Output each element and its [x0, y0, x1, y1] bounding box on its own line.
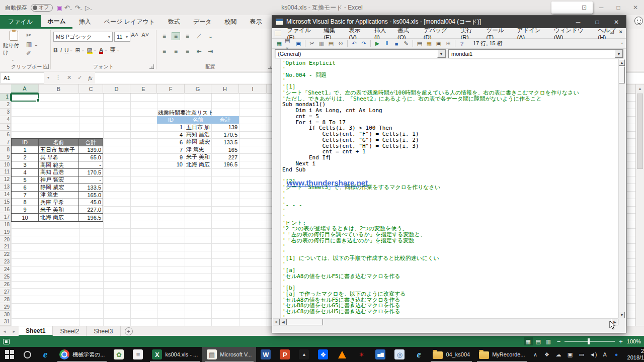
fill-color-icon[interactable]: ▨ — [87, 47, 93, 54]
column-header-I[interactable]: I — [239, 84, 267, 94]
sheet-prev-icon[interactable]: ◂ — [0, 326, 10, 336]
row-header-6[interactable]: 6 — [0, 131, 11, 139]
row-header-22[interactable]: 22 — [0, 251, 11, 258]
name-box[interactable]: A1 — [0, 72, 44, 83]
row-header-30[interactable]: 30 — [0, 311, 11, 318]
insert-userform-icon[interactable]: ▤ ⌄ — [285, 40, 293, 47]
cell-name[interactable]: 兵庫 早希 — [39, 199, 79, 207]
excel-minimize-icon[interactable]: ─ — [593, 0, 610, 15]
sheet-tab-Sheet3[interactable]: Sheet3 — [87, 326, 120, 336]
ribbon-display-options-icon[interactable]: ⊡ — [576, 0, 593, 15]
taskbar-clock[interactable]: 22:03 2018/12/24 — [627, 348, 644, 361]
cell-id[interactable]: 7 — [12, 192, 39, 199]
cell-id[interactable]: 6 — [12, 184, 39, 192]
row-header-2[interactable]: 2 — [0, 101, 11, 109]
recorder-smiley-icon[interactable] — [634, 17, 643, 25]
cell-total[interactable]: 133.5 — [211, 138, 239, 146]
code-line-23[interactable]: ' — [282, 191, 619, 197]
properties-window-icon[interactable]: ▦ — [425, 40, 433, 47]
cell-total[interactable]: - — [79, 176, 103, 184]
vba-vscroll-thumb[interactable] — [619, 66, 625, 83]
underline-icon[interactable]: U — [64, 47, 69, 54]
ribbon-tab-ページ レイアウト[interactable]: ページ レイアウト — [98, 15, 162, 29]
vba-menu-デバッグ(D)[interactable]: デバッグ(D) — [420, 27, 457, 40]
cell-name[interactable]: 高岡 範夫 — [39, 161, 79, 169]
vba-menu-挿入(I)[interactable]: 挿入(I) — [371, 27, 394, 40]
row-header-31[interactable]: 31 — [0, 318, 11, 326]
scroll-left-icon[interactable]: ◀ — [280, 319, 287, 325]
ribbon-tab-データ[interactable]: データ — [187, 15, 218, 29]
format-painter-icon[interactable]: ✐ — [26, 50, 39, 57]
undo-icon[interactable]: ↶ — [350, 40, 358, 47]
cell-name[interactable]: 津 篤史 — [39, 192, 79, 199]
vba-menu-アドイン(A)[interactable]: アドイン(A) — [514, 27, 550, 40]
phonetic-dropdown-icon[interactable]: ⌄ — [117, 48, 120, 52]
cell-name[interactable]: 高知 昌浩 — [185, 131, 211, 138]
align-middle-icon[interactable]: ≡ — [172, 32, 180, 40]
row-header-16[interactable]: 16 — [0, 206, 11, 214]
macro-record-icon[interactable] — [3, 339, 10, 344]
cut-icon[interactable]: ✂ — [308, 40, 316, 47]
code-line-14[interactable]: Cells(cnt, "G") = Cells(i, 2) — [282, 137, 619, 143]
cancel-icon[interactable]: ✕ — [64, 74, 74, 81]
code-line-24[interactable]: ' — [282, 197, 619, 203]
align-bottom-icon[interactable]: ≡ — [183, 32, 192, 40]
code-line-40[interactable]: '[a] で作ったマクロを、以下のように改変する — [282, 291, 619, 297]
vba-menu-書式(O)[interactable]: 書式(O) — [394, 27, 420, 40]
code-editor[interactable]: 'Option Explicit''No.004 - 問題''[1]'シート「S… — [273, 59, 619, 318]
row-header-26[interactable]: 26 — [0, 281, 11, 289]
code-line-44[interactable]: ' — [282, 315, 619, 318]
sheet-tab-Sheet2[interactable]: Sheet2 — [53, 326, 87, 336]
vba-menu-表示(V)[interactable]: 表示(V) — [346, 27, 371, 40]
code-line-37[interactable]: 'セルA8の値をセルF5に書き込むマクロを作る — [282, 274, 619, 280]
row-header-14[interactable]: 14 — [0, 191, 11, 199]
paste-icon[interactable]: ▤ — [327, 40, 335, 47]
taskbar-cortana[interactable] — [19, 347, 36, 362]
code-line-34[interactable]: '[1] については、以下の手順で作成すると比較的迷いにくい — [282, 255, 619, 261]
row-header-24[interactable]: 24 — [0, 266, 11, 274]
split-handle-icon[interactable]: ≡ — [273, 319, 280, 325]
right-table-header-名前[interactable]: 名前 — [185, 116, 211, 124]
vba-menu-実行(R)[interactable]: 実行(R) — [457, 27, 483, 40]
row-header-23[interactable]: 23 — [0, 258, 11, 266]
code-line-32[interactable]: ' — [282, 244, 619, 250]
scroll-up-icon[interactable]: ▲ — [636, 84, 644, 93]
excel-scrollbar-thumb[interactable] — [637, 94, 643, 169]
taskbar-chrome[interactable]: 機械学習の... — [55, 347, 109, 362]
row-header-19[interactable]: 19 — [0, 228, 11, 236]
zoom-slider[interactable] — [565, 341, 615, 342]
dropbox-tray-icon[interactable]: ❖ — [543, 351, 551, 358]
right-table-header-合計[interactable]: 合計 — [211, 116, 239, 124]
object-dropdown[interactable]: (General) ▼ — [275, 49, 446, 58]
scroll-up-icon[interactable]: ▲ — [619, 59, 625, 66]
row-header-9[interactable]: 9 — [0, 153, 11, 161]
align-top-icon[interactable]: ≡ — [160, 32, 169, 40]
enter-icon[interactable]: ✓ — [74, 74, 85, 81]
taskbar-vba[interactable]: ▤Microsoft V... — [202, 347, 256, 362]
font-color-dropdown-icon[interactable]: ⌄ — [104, 48, 107, 52]
scroll-down-icon[interactable]: ▼ — [619, 312, 625, 318]
code-line-4[interactable]: ' — [282, 78, 619, 84]
find-icon[interactable]: ⊙ — [337, 40, 345, 47]
excel-maximize-icon[interactable]: □ — [610, 0, 627, 15]
taskbar-ie[interactable]: e — [409, 347, 428, 362]
code-line-26[interactable]: ' — [282, 208, 619, 214]
cell-id[interactable]: 10 — [12, 214, 39, 221]
row-header-29[interactable]: 29 — [0, 303, 11, 311]
column-header-E[interactable]: E — [130, 84, 157, 94]
cell-name[interactable]: 五日市 加奈子 — [39, 146, 79, 154]
vba-menu-編集(E)[interactable]: 編集(E) — [320, 27, 345, 40]
cell-id[interactable]: 1 — [157, 124, 185, 131]
reset-icon[interactable]: ■ — [392, 40, 400, 47]
code-line-25[interactable]: '- - - — [282, 202, 619, 208]
column-header-H[interactable]: H — [211, 84, 239, 94]
code-line-20[interactable] — [282, 173, 619, 179]
code-line-3[interactable]: 'No.004 - 問題 — [282, 72, 619, 78]
taskbar-dropbox[interactable]: ❖ — [313, 347, 333, 362]
increase-indent-icon[interactable]: ⇥ — [206, 47, 215, 55]
page-layout-view-icon[interactable]: ▤ — [534, 337, 543, 345]
code-line-27[interactable]: ' — [282, 214, 619, 220]
bold-icon[interactable]: B — [53, 47, 58, 54]
increase-font-icon[interactable]: A˄ — [131, 32, 138, 39]
column-header-A[interactable]: A — [11, 84, 39, 94]
